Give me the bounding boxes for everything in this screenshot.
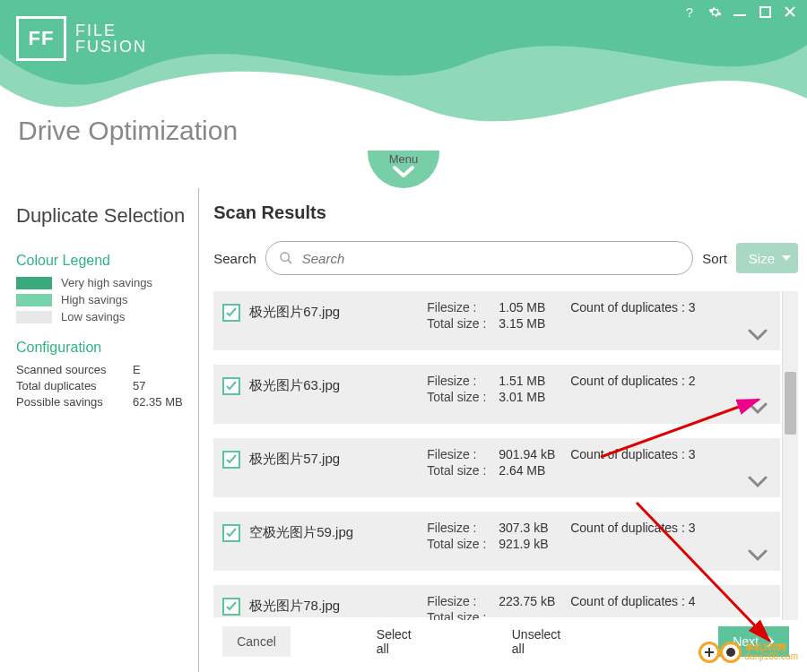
count-label: Count of duplicates : 3 <box>570 447 714 461</box>
filesize-value: 1.51 MB <box>499 374 570 388</box>
totalsize-label: Total size : <box>427 316 499 331</box>
config-title: Configuration <box>16 340 186 356</box>
menu-toggle[interactable]: Menu <box>368 151 439 188</box>
chevron-down-icon <box>748 549 768 562</box>
legend-row: Low savings <box>16 310 186 323</box>
minimize-icon[interactable] <box>732 4 748 20</box>
results-title: Scan Results <box>213 202 798 223</box>
row-checkbox[interactable] <box>222 598 240 616</box>
filesize-label: Filesize : <box>427 300 499 314</box>
expand-toggle[interactable] <box>748 329 768 345</box>
expand-toggle[interactable] <box>748 549 768 565</box>
unselect-all-button[interactable]: Unselect all <box>498 626 575 657</box>
config-row: Possible savings62.35 MB <box>16 395 186 409</box>
main-panel: Scan Results Search Sort Size 极光图片67.jpg… <box>199 188 807 672</box>
filesize-label: Filesize : <box>427 521 499 535</box>
search-input[interactable] <box>302 251 681 266</box>
count-label: Count of duplicates : 2 <box>570 374 714 388</box>
filesize-value: 1.05 MB <box>499 300 570 314</box>
filesize-label: Filesize : <box>427 447 499 461</box>
count-label: Count of duplicates : 4 <box>570 594 714 608</box>
legend-swatch <box>16 277 52 289</box>
config-value: 62.35 MB <box>133 395 183 409</box>
legend-row: Very high savings <box>16 276 186 289</box>
expand-toggle[interactable] <box>748 402 768 418</box>
window-controls: ? <box>681 4 798 20</box>
search-box[interactable] <box>265 241 694 275</box>
select-all-button[interactable]: Select all <box>362 626 426 657</box>
legend-label: High savings <box>61 293 127 306</box>
count-label: Count of duplicates : 3 <box>570 300 714 314</box>
legend-label: Low savings <box>61 310 126 323</box>
sort-value: Size <box>749 251 775 266</box>
row-filename: 极光图片78.jpg <box>249 598 340 615</box>
svg-point-3 <box>281 253 289 261</box>
filesize-value: 223.75 kB <box>499 594 570 608</box>
logo-box: FF <box>16 16 66 61</box>
app-name-2: FUSION <box>75 39 147 55</box>
totalsize-value: 921.9 kB <box>499 537 570 551</box>
config-key: Total duplicates <box>16 379 133 392</box>
close-icon[interactable] <box>782 4 798 20</box>
config-value: E <box>133 363 141 376</box>
totalsize-label: Total size : <box>427 537 499 551</box>
filesize-label: Filesize : <box>427 594 499 608</box>
legend-swatch <box>16 294 52 306</box>
header: FF FILE FUSION Drive Optimization <box>0 0 807 166</box>
menu-label: Menu <box>368 152 439 166</box>
result-row: 极光图片57.jpg Filesize : 901.94 kB Count of… <box>213 438 780 497</box>
scroll-thumb[interactable] <box>785 372 796 435</box>
settings-icon[interactable] <box>707 4 723 20</box>
help-icon[interactable]: ? <box>681 4 698 20</box>
row-checkbox[interactable] <box>222 377 240 395</box>
config-row: Scanned sourcesE <box>16 363 186 376</box>
totalsize-value: 2.64 MB <box>499 463 570 478</box>
scrollbar[interactable] <box>782 291 798 620</box>
totalsize-label: Total size : <box>427 390 499 404</box>
result-row: 空极光图片59.jpg Filesize : 307.3 kB Count of… <box>213 512 780 571</box>
totalsize-value <box>499 610 570 620</box>
sort-dropdown[interactable]: Size <box>736 243 798 273</box>
row-checkbox[interactable] <box>222 451 240 469</box>
row-checkbox[interactable] <box>222 524 240 542</box>
row-filename: 极光图片57.jpg <box>249 451 340 468</box>
totalsize-value: 3.15 MB <box>499 316 570 331</box>
sidebar: Duplicate Selection Colour Legend Very h… <box>0 188 198 672</box>
app-name-1: FILE <box>75 22 147 39</box>
filesize-label: Filesize : <box>427 374 499 388</box>
result-row: 极光图片67.jpg Filesize : 1.05 MB Count of d… <box>213 291 780 350</box>
svg-rect-1 <box>760 7 770 17</box>
expand-toggle[interactable] <box>748 476 768 492</box>
config-value: 57 <box>133 379 145 392</box>
chevron-down-icon <box>392 164 415 180</box>
legend-row: High savings <box>16 293 186 306</box>
cancel-button[interactable]: Cancel <box>222 626 291 657</box>
result-row: 极光图片78.jpg Filesize : 223.75 kB Count of… <box>213 585 780 617</box>
chevron-down-icon <box>748 329 768 341</box>
filesize-value: 307.3 kB <box>499 521 570 535</box>
row-filename: 极光图片67.jpg <box>249 304 340 321</box>
search-label: Search <box>213 251 256 266</box>
footer-actions: Cancel Select all Unselect all Next <box>213 620 798 663</box>
page-title: Drive Optimization <box>18 116 238 146</box>
totalsize-label: Total size : <box>427 610 499 620</box>
svg-rect-0 <box>733 14 746 16</box>
chevron-down-icon <box>748 402 768 415</box>
search-icon <box>279 251 293 265</box>
legend-label: Very high savings <box>61 276 152 289</box>
next-button[interactable]: Next <box>718 626 789 657</box>
row-filename: 空极光图片59.jpg <box>249 524 353 541</box>
config-key: Possible savings <box>16 395 133 409</box>
result-row: 极光图片63.jpg Filesize : 1.51 MB Count of d… <box>213 365 780 424</box>
totalsize-label: Total size : <box>427 463 499 478</box>
sort-label: Sort <box>702 251 727 266</box>
filesize-value: 901.94 kB <box>499 447 570 461</box>
config-key: Scanned sources <box>16 363 133 376</box>
row-filename: 极光图片63.jpg <box>249 377 340 394</box>
app-logo: FF FILE FUSION <box>16 16 147 61</box>
results-list: 极光图片67.jpg Filesize : 1.05 MB Count of d… <box>213 291 780 620</box>
row-checkbox[interactable] <box>222 304 240 322</box>
chevron-down-icon <box>748 476 768 488</box>
next-label: Next <box>733 634 759 649</box>
maximize-icon[interactable] <box>757 4 773 20</box>
